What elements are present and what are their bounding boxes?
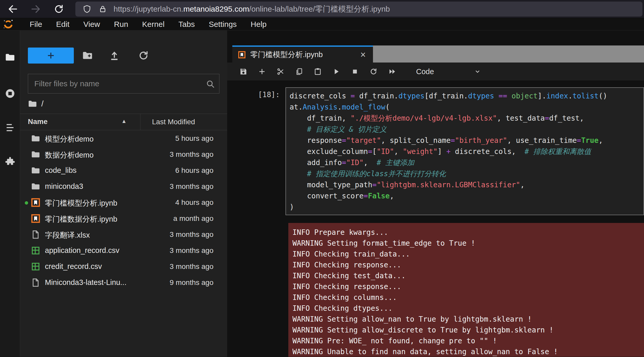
extensions-icon[interactable]: [5, 156, 15, 167]
file-name: application_record.csv: [45, 246, 120, 255]
add-cell-icon[interactable]: [258, 68, 266, 75]
lock-icon[interactable]: [99, 5, 107, 13]
paste-cell-icon[interactable]: [314, 68, 322, 75]
stderr-output: INFO Prepare kwargs...WARNING Setting fo…: [288, 223, 644, 357]
url-text: https://jupyterlab-cn.metanoia8295.com/o…: [114, 4, 390, 14]
save-icon[interactable]: [240, 68, 247, 75]
restart-kernel-icon[interactable]: [370, 68, 377, 75]
log-line: INFO Checking response...: [292, 260, 639, 270]
dock-spacer: [227, 30, 644, 45]
left-sidebar-strip: [0, 30, 20, 357]
log-line: INFO Checking test_data...: [292, 270, 639, 281]
menu-item[interactable]: Help: [244, 20, 274, 29]
log-line: INFO Checking train_data...: [292, 249, 639, 260]
file-name: 零门槛数据分析.ipynb: [45, 214, 117, 224]
folder-icon: [31, 182, 40, 191]
restart-run-all-icon[interactable]: [388, 68, 396, 75]
file-modified: 3 months ago: [170, 182, 213, 191]
file-row[interactable]: miniconda3 3 months ago: [20, 178, 227, 195]
code-line: # 目标定义 & 切片定义: [290, 124, 641, 135]
file-modified: 3 months ago: [170, 230, 213, 239]
home-folder-icon: [28, 99, 37, 108]
log-line: INFO Prepare kwargs...: [292, 227, 639, 238]
file-modified: 4 hours ago: [175, 198, 213, 207]
running-sessions-icon[interactable]: [5, 88, 15, 99]
notebook-toolbar: Code: [227, 63, 644, 81]
filter-files-input[interactable]: [28, 74, 219, 93]
file-modified: 5 hours ago: [175, 134, 213, 143]
file-row[interactable]: 数据分析demo 3 months ago: [20, 146, 227, 162]
breadcrumb[interactable]: /: [28, 98, 44, 110]
menu-item[interactable]: Run: [107, 20, 135, 29]
back-icon[interactable]: [8, 4, 18, 14]
file-name: 字段翻译.xlsx: [45, 230, 90, 240]
code-line: exclude_column=["ID", "weight"] + discre…: [290, 146, 641, 157]
code-line: df_train, "./模型分析demo/v4-lgb/v4-lgb.xlsx…: [290, 113, 641, 124]
refresh-file-list-icon[interactable]: [138, 50, 149, 61]
kernel-running-dot: [25, 201, 28, 205]
cut-cell-icon[interactable]: [277, 68, 284, 75]
file-name: Miniconda3-latest-Linu...: [45, 278, 126, 287]
new-launcher-button[interactable]: [28, 48, 74, 64]
file-row[interactable]: credit_record.csv 3 months ago: [20, 259, 227, 275]
copy-cell-icon[interactable]: [295, 68, 303, 75]
column-header-modified[interactable]: Last Modified: [152, 118, 195, 126]
forward-icon[interactable]: [30, 4, 41, 14]
workspace: / Name ▲ Last Modified 模型分析demo 5 hours …: [0, 30, 644, 357]
menu-item[interactable]: Kernel: [135, 20, 172, 29]
code-line: add_info="ID", # 主键添加: [290, 157, 641, 168]
file-name: code_libs: [45, 166, 77, 175]
file-list-header: Name ▲ Last Modified: [20, 114, 227, 130]
file-row[interactable]: 模型分析demo 5 hours ago: [20, 130, 227, 146]
tab-notebook[interactable]: 零门槛模型分析.ipynb ×: [232, 45, 373, 63]
run-cell-icon[interactable]: [332, 68, 340, 75]
csv-icon: [31, 246, 40, 255]
code-editor[interactable]: discrete_cols = df_train.dtypes[df_train…: [285, 87, 644, 215]
filter-files-box: [28, 74, 219, 94]
file-modified: a month ago: [173, 214, 213, 223]
file-row[interactable]: Miniconda3-latest-Linu... 9 months ago: [20, 275, 227, 291]
file-row[interactable]: code_libs 6 hours ago: [20, 162, 227, 178]
menu-item[interactable]: View: [76, 20, 107, 29]
file-row[interactable]: 字段翻译.xlsx 3 months ago: [20, 227, 227, 243]
tracking-shield-icon[interactable]: [83, 5, 91, 13]
menu-item[interactable]: Tabs: [171, 20, 202, 29]
column-header-name[interactable]: Name: [28, 118, 47, 126]
breadcrumb-root: /: [41, 99, 44, 108]
menu-bar: FileEditViewRunKernelTabsSettingsHelp: [0, 18, 644, 30]
file-list: 模型分析demo 5 hours ago 数据分析demo 3 months a…: [20, 130, 227, 291]
sort-ascending-icon[interactable]: ▲: [121, 118, 127, 124]
new-folder-icon[interactable]: [82, 50, 93, 61]
file-row[interactable]: 零门槛数据分析.ipynb a month ago: [20, 211, 227, 227]
upload-icon[interactable]: [109, 50, 120, 61]
cell-type-select[interactable]: Code: [416, 67, 434, 76]
file-name: miniconda3: [45, 182, 83, 191]
log-line: WARNING Pre: WOE_ not found, change pre …: [292, 336, 639, 346]
chevron-down-icon[interactable]: [474, 68, 481, 75]
file-name: 零门槛模型分析.ipynb: [45, 198, 117, 208]
menu-item[interactable]: Edit: [49, 20, 76, 29]
table-of-contents-icon[interactable]: [5, 122, 15, 133]
interrupt-kernel-icon[interactable]: [351, 68, 359, 75]
main-dock-panel: 零门槛模型分析.ipynb ×: [227, 30, 644, 357]
file-name: 数据分析demo: [45, 150, 94, 160]
metanoia-logo: [3, 19, 14, 30]
file-row[interactable]: application_record.csv 3 months ago: [20, 243, 227, 259]
file-browser-icon[interactable]: [5, 52, 15, 63]
close-icon[interactable]: ×: [360, 50, 366, 59]
menu-item[interactable]: Settings: [202, 20, 244, 29]
file-icon: [31, 230, 40, 239]
address-bar[interactable]: https://jupyterlab-cn.metanoia8295.com/o…: [75, 2, 642, 17]
menu-item[interactable]: File: [23, 20, 49, 29]
tab-bar-empty-area: [373, 45, 644, 63]
reload-icon[interactable]: [54, 4, 64, 14]
file-modified: 3 months ago: [170, 246, 213, 255]
log-line: WARNING Unable to find nan data, setting…: [292, 346, 639, 357]
file-name: 模型分析demo: [45, 134, 94, 144]
code-line: # 指定使用训练的class并不进行打分转化: [290, 168, 641, 179]
file-row[interactable]: 零门槛模型分析.ipynb 4 hours ago: [20, 195, 227, 211]
execution-count: [18]:: [227, 87, 285, 215]
log-line: INFO Checking columns...: [292, 292, 639, 303]
notebook-icon: [31, 198, 40, 207]
notebook-icon: [238, 51, 246, 59]
